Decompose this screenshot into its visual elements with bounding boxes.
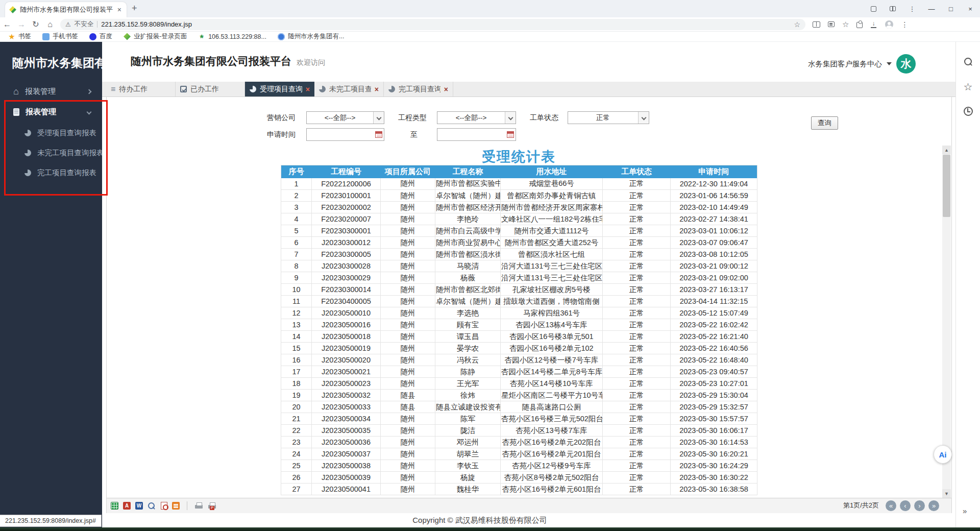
profile-avatar-icon[interactable] xyxy=(885,20,893,29)
new-tab-button[interactable]: + xyxy=(132,3,137,14)
avatar[interactable]: 水 xyxy=(896,54,916,74)
workspaces-icon[interactable] xyxy=(883,0,902,17)
browser-toolbar: ← → ↻ ⌂ ⚠ 不安全 221.235.152.59:8089/index.… xyxy=(0,17,980,32)
bookmarks-bar: 书签手机书签百度业扩报装-登录页面106.53.113.229:88...随州市… xyxy=(0,32,980,42)
print-pdf-icon[interactable]: P xyxy=(208,502,216,510)
user-menu[interactable]: 水务集团客户服务中心 水 xyxy=(808,54,916,74)
work-tab[interactable]: 完工项目查询报表 xyxy=(384,82,453,96)
sidebar-item-baozhuang[interactable]: 报装管理 xyxy=(0,82,102,101)
work-tab-label: 已办工作 xyxy=(190,85,240,94)
company-select[interactable]: <--全部--> xyxy=(306,111,384,124)
work-tab[interactable]: 受理项目查询报表 xyxy=(245,82,314,96)
table-cell: 随州市白云高级中学 xyxy=(435,225,501,237)
table-cell: 19 xyxy=(281,390,312,401)
url-text[interactable]: 221.235.152.59:8089/index.jsp xyxy=(101,20,790,28)
work-tab[interactable]: 未完工项目查询报表 xyxy=(314,82,384,96)
minimize-button[interactable]: — xyxy=(922,0,941,17)
welcome-text: 欢迎访问 xyxy=(297,58,325,66)
date-to-input[interactable] xyxy=(437,128,516,141)
reload-icon[interactable]: ↻ xyxy=(29,19,43,29)
table-cell: 杏苑小区16号楼2单元201阳台 xyxy=(501,448,603,460)
browser-tab[interactable]: 随州市水务集团有限公司报装平台 × xyxy=(5,2,127,17)
table-cell: 18 xyxy=(281,378,312,390)
table-cell: 沿河大道131号三七三处住宅区一号 xyxy=(501,272,603,284)
table-cell: 2023-03-07 09:06:47 xyxy=(671,237,757,249)
table-cell: 正常 xyxy=(603,249,671,260)
report-title: 受理统计表 xyxy=(281,148,757,166)
tab-close-icon[interactable]: × xyxy=(116,6,122,14)
print-icon[interactable] xyxy=(194,502,203,510)
table-cell: F20230300014 xyxy=(312,284,381,296)
last-page-button[interactable] xyxy=(928,500,939,511)
tab-close-icon[interactable] xyxy=(306,85,310,93)
bookmark-item[interactable]: 手机书签 xyxy=(42,32,78,41)
caret-down-icon xyxy=(887,62,892,65)
table-cell: 随州 xyxy=(381,202,435,213)
table-cell: 随州 xyxy=(381,296,435,307)
close-button[interactable]: × xyxy=(961,0,980,17)
bookmark-item[interactable]: 书签 xyxy=(8,32,31,41)
tab-layout-icon[interactable] xyxy=(864,0,883,17)
table-cell: 擂鼓墩大道西侧，博物馆南侧 xyxy=(501,296,603,307)
table-cell: 随州 xyxy=(381,460,435,472)
pdf-export-icon[interactable] xyxy=(123,502,131,510)
browser-menu-icon[interactable]: ⋮ xyxy=(901,20,909,29)
scroll-down-icon[interactable]: ▼ xyxy=(942,489,951,498)
work-tab[interactable]: 待办工作 xyxy=(106,82,176,96)
favorite-star-icon[interactable]: ☆ xyxy=(794,20,800,29)
bookmark-item[interactable]: 业扩报装-登录页面 xyxy=(124,32,187,41)
rail-history-icon[interactable] xyxy=(963,106,973,116)
downloads-icon[interactable] xyxy=(870,21,877,28)
bookmark-item[interactable]: 106.53.113.229:88... xyxy=(198,33,266,40)
rail-search-icon[interactable] xyxy=(963,57,973,67)
date-from-input[interactable] xyxy=(306,128,384,141)
bookmark-item[interactable]: 百度 xyxy=(89,32,112,41)
browser-extras-icon[interactable]: ⋮ xyxy=(902,0,922,17)
next-page-button[interactable] xyxy=(914,500,925,511)
tab-close-icon[interactable] xyxy=(444,85,448,93)
zoom-search-icon[interactable] xyxy=(148,502,156,510)
status-filter-label: 工单状态 xyxy=(530,111,558,124)
address-bar[interactable]: ⚠ 不安全 221.235.152.59:8089/index.jsp ☆ xyxy=(60,19,805,30)
doc-search-icon[interactable] xyxy=(161,502,167,510)
extensions-icon[interactable] xyxy=(856,20,863,28)
back-icon[interactable]: ← xyxy=(0,20,14,29)
rail-expand-icon[interactable]: » xyxy=(963,506,967,515)
tab-close-icon[interactable] xyxy=(375,85,379,93)
status-select[interactable]: 正常 xyxy=(568,111,649,124)
collections-icon[interactable] xyxy=(828,21,835,27)
excel-export-icon[interactable] xyxy=(111,502,118,510)
table-cell: 杏苑小区16号楼2单元601阳台 xyxy=(501,484,603,495)
calendar-icon[interactable] xyxy=(507,131,514,138)
word-export-icon[interactable] xyxy=(135,502,143,510)
maximize-button[interactable]: □ xyxy=(941,0,961,17)
calendar-icon[interactable] xyxy=(375,131,382,138)
bottom-edge-strip xyxy=(0,527,980,531)
ai-assistant-button[interactable]: Ai xyxy=(934,445,952,464)
work-tab[interactable]: 已办工作 xyxy=(176,82,245,96)
select-chevron-icon[interactable] xyxy=(638,112,649,124)
home-icon[interactable]: ⌂ xyxy=(43,20,57,29)
type-select[interactable]: <--全部--> xyxy=(437,111,516,124)
first-page-button[interactable] xyxy=(886,500,896,511)
bookmark-item[interactable]: 随州市水务集团有... xyxy=(278,32,344,41)
scroll-up-icon[interactable]: ▲ xyxy=(942,146,951,154)
table-cell: 正常 xyxy=(603,260,671,272)
favorites-icon[interactable]: ☆ xyxy=(842,20,849,29)
table-cell: 随州市曾都区经济开发 xyxy=(435,202,501,213)
table-cell: 正常 xyxy=(603,237,671,249)
forward-icon[interactable]: → xyxy=(14,20,29,29)
image-export-icon[interactable] xyxy=(172,502,180,510)
sidebar-title: 随州市水务集团有 xyxy=(12,55,102,71)
select-chevron-icon[interactable] xyxy=(505,112,516,124)
select-chevron-icon[interactable] xyxy=(373,112,384,124)
prev-page-button[interactable] xyxy=(900,500,911,511)
table-cell: 随州 xyxy=(381,437,435,448)
table-row: 20J20230500033随县随县立诚建设投资有限随县高速路口公厕正常2023… xyxy=(281,401,757,413)
rail-favorites-icon[interactable] xyxy=(963,82,973,92)
table-cell: 正常 xyxy=(603,202,671,213)
query-button[interactable]: 查询 xyxy=(811,116,838,130)
split-screen-icon[interactable] xyxy=(813,21,820,28)
table-cell: 卓尔智城（随州）建设 xyxy=(435,190,501,202)
scrollbar-thumb[interactable] xyxy=(943,155,950,217)
